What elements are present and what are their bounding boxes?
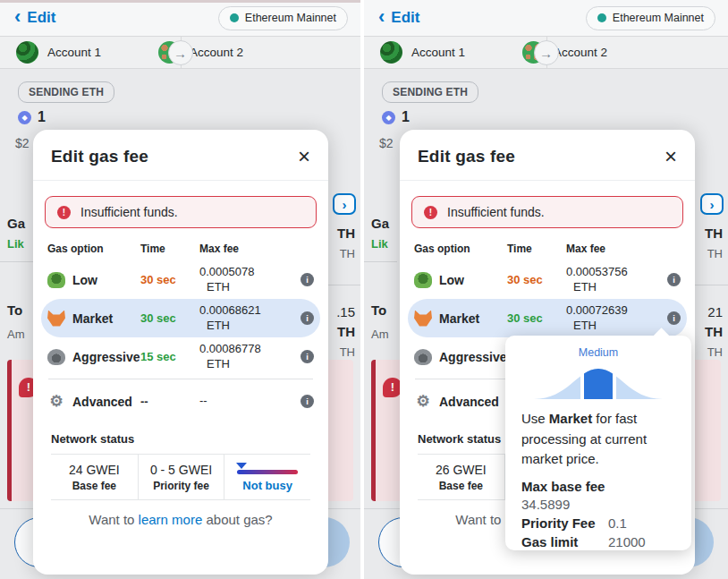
from-account-label: Account 1 <box>47 46 101 59</box>
priority-fee-label: Priority Fee <box>521 515 608 531</box>
bg-eth-fragment: TH <box>337 324 355 339</box>
fox-icon <box>47 311 65 327</box>
network-dot-icon <box>230 13 239 22</box>
from-account[interactable]: Account 1 <box>380 41 465 64</box>
bg-amount-fragment: Am <box>371 328 389 341</box>
alert-text: Insufficient funds. <box>447 205 545 219</box>
divider <box>0 261 33 262</box>
gas-row-low[interactable]: Low 30 sec 0.0005078ETH i <box>41 260 320 299</box>
eth-icon <box>382 111 395 124</box>
col-gas-option: Gas option <box>47 243 140 255</box>
bg-amount-fragment: Am <box>7 328 25 341</box>
gas-row-time: 30 sec <box>507 273 566 286</box>
gas-row-label: Low <box>439 273 464 287</box>
network-status-title: Network status <box>51 432 310 446</box>
edit-gas-fee-modal: Edit gas fee × ! Insufficient funds. Gas… <box>33 130 328 575</box>
tooltip-description: Use Market for fast processing at curren… <box>521 409 675 470</box>
gas-row-label: Advanced <box>72 395 132 409</box>
busy-gradient-bar <box>237 470 298 474</box>
close-icon[interactable]: × <box>665 147 677 166</box>
footer-text: Want to <box>455 512 504 527</box>
gas-row-market[interactable]: Market 30 sec 0.00072639ETH i <box>408 299 687 337</box>
divider <box>400 180 695 181</box>
bg-next-chevron-button[interactable]: › <box>700 193 724 215</box>
back-chevron-icon: ‹ <box>14 9 21 25</box>
gas-row-time: -- <box>140 395 199 408</box>
table-header: Gas option Time Max fee <box>408 237 687 260</box>
gas-row-aggressive[interactable]: Aggressive 15 sec 0.00086778ETH i <box>41 337 320 376</box>
account-row: Account 1 → Account 2 <box>0 36 360 69</box>
back-button[interactable]: ‹ Edit <box>14 9 55 27</box>
from-account[interactable]: Account 1 <box>16 41 101 64</box>
screen-right: ‹ Edit Ethereum Mainnet Account 1 → Acco… <box>364 0 728 579</box>
gas-row-label: Aggressive <box>439 350 506 364</box>
screen-left: ‹ Edit Ethereum Mainnet Account 1 → Acco… <box>0 0 360 579</box>
back-label: Edit <box>27 9 55 27</box>
gas-row-fee: 0.0005078ETH <box>199 265 292 294</box>
divider <box>694 285 728 285</box>
priority-fee-row: Priority Fee 0.1 <box>521 515 675 531</box>
bg-total-fragment: To <box>7 302 22 318</box>
learn-more-link[interactable]: learn more <box>139 512 203 527</box>
gas-limit-row: Gas limit 21000 <box>521 534 675 549</box>
bg-eth-fragment: TH <box>337 226 355 241</box>
arrow-glyph: → <box>539 46 553 61</box>
bg-gas-label-fragment: Ga <box>7 216 25 231</box>
info-icon[interactable]: i <box>301 395 314 408</box>
bg-gas-label-fragment: Ga <box>371 216 389 231</box>
info-icon[interactable]: i <box>667 311 681 325</box>
network-dot-icon <box>597 13 606 22</box>
gas-row-time: 30 sec <box>140 273 199 286</box>
transfer-arrow-icon: → <box>168 40 193 65</box>
gear-icon: ⚙ <box>414 394 432 410</box>
avatar-account-1 <box>380 41 402 64</box>
avatar-account-1 <box>16 41 38 64</box>
modal-title: Edit gas fee <box>418 147 515 166</box>
fiat-amount-fragment: $2 <box>15 136 30 150</box>
table-header: Gas option Time Max fee <box>41 237 320 260</box>
info-icon[interactable]: i <box>301 273 314 286</box>
turtle-icon <box>414 272 432 288</box>
bg-value-fragment: 21 <box>707 304 723 319</box>
divider <box>364 261 397 262</box>
fox-icon <box>414 311 432 327</box>
amount-value: 1 <box>402 109 410 125</box>
to-account-label: Account 2 <box>554 46 607 59</box>
transfer-arrow-icon: → <box>534 40 559 65</box>
gorilla-icon <box>414 349 432 365</box>
network-selector[interactable]: Ethereum Mainnet <box>586 6 715 30</box>
gas-row-fee: 0.00072639ETH <box>566 303 659 333</box>
bg-eth-fragment: TH <box>705 226 723 241</box>
back-label: Edit <box>391 9 419 27</box>
chevron-right-icon: › <box>343 197 347 212</box>
bg-eth-fragment: TH <box>340 247 355 260</box>
priority-fee-label: Priority fee <box>139 480 224 492</box>
turtle-icon <box>47 272 65 288</box>
bg-value-fragment: .15 <box>336 304 355 319</box>
send-amount: 1 <box>382 109 410 125</box>
divider <box>33 180 328 181</box>
modal-footer: Want to learn more about gas? <box>33 512 328 527</box>
error-icon: ! <box>57 206 71 219</box>
info-icon[interactable]: i <box>667 273 681 286</box>
info-icon[interactable]: i <box>301 350 314 363</box>
close-icon[interactable]: × <box>298 147 310 166</box>
bell-curve-icon <box>530 362 666 401</box>
back-chevron-icon: ‹ <box>378 9 385 25</box>
network-selector[interactable]: Ethereum Mainnet <box>218 6 348 30</box>
bg-next-chevron-button[interactable]: › <box>333 193 356 215</box>
gas-row-label: Low <box>72 273 97 287</box>
gas-row-time: 30 sec <box>507 311 566 325</box>
gas-row-market[interactable]: Market 30 sec 0.00068621ETH i <box>41 299 320 337</box>
gas-row-label: Market <box>439 311 479 326</box>
base-fee-value: 26 GWEI <box>418 463 504 477</box>
col-max-fee: Max fee <box>199 243 292 255</box>
busy-meter-stat: Not busy <box>224 455 310 499</box>
gas-row-advanced[interactable]: ⚙Advanced -- -- i <box>41 382 320 421</box>
back-button[interactable]: ‹ Edit <box>378 9 419 27</box>
info-icon[interactable]: i <box>301 311 314 325</box>
footer-text: Want to <box>89 512 138 527</box>
gas-row-fee: 0.00086778ETH <box>199 342 292 371</box>
sending-eth-badge: SENDING ETH <box>382 81 478 103</box>
gas-row-low[interactable]: Low 30 sec 0.00053756ETH i <box>408 260 687 299</box>
